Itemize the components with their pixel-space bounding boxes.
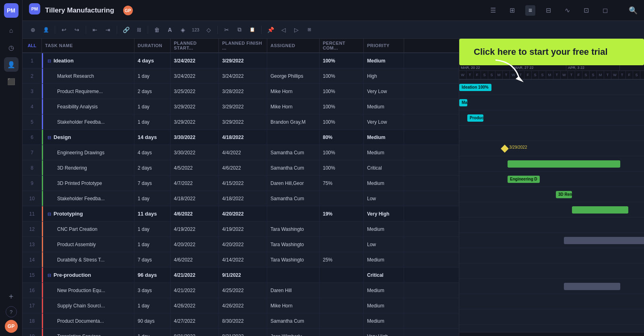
table-row[interactable]: 3 Product Requireme... 2 days 3/25/2022 … — [23, 84, 459, 99]
task-name-text: New Production Equ... — [47, 288, 105, 293]
extra-button-3[interactable]: ⊞ — [303, 24, 315, 35]
avatar-group: GP — [122, 5, 134, 16]
link-button[interactable]: 🔗 — [120, 24, 132, 35]
row-color-indicator — [42, 176, 43, 191]
table-row[interactable]: 9 3D Printed Prototype 7 days 4/7/2022 4… — [23, 176, 459, 191]
number-button[interactable]: 123 — [190, 24, 201, 35]
redo-button[interactable]: ↪ — [71, 24, 83, 35]
task-name-text: Product Documenta... — [47, 318, 104, 324]
priority-cell: Medium — [364, 313, 404, 328]
sidebar-item-people[interactable]: 👤 — [4, 57, 19, 72]
priority-cell: High — [364, 68, 404, 83]
sidebar-add-icon[interactable]: + — [4, 289, 19, 304]
undo-button[interactable]: ↩ — [58, 24, 70, 35]
chart-row: 3/29/2022 — [459, 141, 644, 156]
sidebar-help-icon[interactable]: ? — [6, 306, 17, 317]
row-number: 12 — [23, 222, 42, 236]
table-row[interactable]: 17 Supply Chain Sourci... 1 day 4/26/202… — [23, 298, 459, 313]
search-icon[interactable]: 🔍 — [629, 6, 638, 15]
row-color-indicator — [42, 68, 43, 83]
unlink-button[interactable]: ⛓ — [133, 24, 144, 35]
table-row[interactable]: 10 Stakeholder Feedba... 1 day 4/18/2022… — [23, 191, 459, 206]
calendar-view-btn[interactable]: ⊡ — [580, 5, 592, 16]
outdent-button[interactable]: ⇤ — [89, 24, 101, 35]
finish-cell: 3/29/2022 — [219, 114, 267, 129]
group-toggle-icon[interactable]: ⊟ — [47, 135, 51, 140]
chart-row — [459, 218, 644, 233]
paste-button[interactable]: 📋 — [247, 24, 258, 35]
priority-cell: Medium — [364, 252, 404, 267]
table-row[interactable]: 5 Stakeholder Feedba... 1 day 3/29/2022 … — [23, 114, 459, 130]
row-number: 18 — [23, 313, 42, 328]
day-T4: T — [553, 71, 561, 79]
group-toggle-icon[interactable]: ⊟ — [47, 273, 51, 278]
table-row[interactable]: 16 New Production Equ... 3 days 4/21/202… — [23, 283, 459, 298]
table-row[interactable]: 15 ⊟Pre-production 96 days 4/21/2022 9/1… — [23, 268, 459, 283]
gantt-bar: Product Requirements 100% Mike H — [467, 114, 483, 122]
duration-cell: 2 days — [134, 160, 171, 175]
gantt-bar: Ideation 100% — [459, 84, 491, 91]
extra-button-1[interactable]: ◁ — [278, 24, 289, 35]
fill-button[interactable]: ◈ — [177, 24, 188, 35]
pin-button[interactable]: 📌 — [265, 24, 276, 35]
list-view-btn[interactable]: ☰ — [487, 5, 499, 16]
cta-banner[interactable]: Click here to start your free trial — [459, 39, 644, 65]
avatar-1[interactable]: GP — [122, 5, 134, 16]
horizontal-scrollbar[interactable] — [459, 332, 644, 336]
chart-row — [459, 309, 644, 325]
row-color-indicator — [42, 130, 43, 145]
app-logo[interactable]: PM — [4, 3, 19, 18]
table-row[interactable]: 6 ⊟Design 14 days 3/30/2022 4/18/2022 80… — [23, 130, 459, 145]
table-row[interactable]: 13 Product Assembly 1 day 4/20/2022 4/20… — [23, 237, 459, 252]
task-name-cell: Supply Chain Sourci... — [42, 298, 134, 313]
indent-button[interactable]: ⇥ — [102, 24, 114, 35]
copy-button[interactable]: ⧉ — [234, 24, 245, 35]
shape-button[interactable]: ◇ — [203, 24, 214, 35]
table-row[interactable]: 4 Feasibility Analysis 1 day 3/29/2022 3… — [23, 99, 459, 114]
row-color-indicator — [42, 145, 43, 160]
column-view-btn[interactable]: ⊞ — [506, 5, 518, 16]
priority-cell: Medium — [364, 298, 404, 313]
start-cell: 3/24/2022 — [171, 68, 219, 83]
group-toggle-icon[interactable]: ⊟ — [47, 58, 51, 63]
user-avatar[interactable]: GP — [5, 320, 18, 333]
table-row[interactable]: 12 CNC Part Creation 1 day 4/19/2022 4/1… — [23, 222, 459, 237]
table-row[interactable]: 2 Market Research 1 day 3/24/2022 3/24/2… — [23, 68, 459, 84]
assigned-cell: Mike Horn — [267, 84, 320, 99]
group-toggle-icon[interactable]: ⊟ — [47, 212, 51, 216]
percent-cell: 80% — [320, 130, 364, 145]
add-task-button[interactable]: ⊕ — [27, 24, 39, 35]
row-color-indicator — [42, 313, 43, 328]
sidebar-item-clock[interactable]: ◷ — [4, 40, 19, 55]
add-person-button[interactable]: 👤 — [40, 24, 52, 35]
timeline-view-btn[interactable]: ∿ — [561, 5, 573, 16]
gantt-bar — [564, 283, 620, 290]
sidebar-item-briefcase[interactable]: ⬛ — [4, 74, 19, 89]
table-row[interactable]: 14 Durability & Stress T... 7 days 4/6/2… — [23, 252, 459, 268]
assigned-cell: Tara Washingto — [267, 252, 320, 267]
start-cell: 3/29/2022 — [171, 99, 219, 114]
table-row[interactable]: 1 ⊟Ideation 4 days 3/24/2022 3/29/2022 1… — [23, 53, 459, 68]
delete-button[interactable]: 🗑 — [151, 24, 163, 35]
finish-cell: 4/15/2022 — [219, 176, 267, 191]
table-row[interactable]: 7 Engineering Drawings 4 days 3/30/2022 … — [23, 145, 459, 160]
sidebar-item-home[interactable]: ⌂ — [4, 23, 19, 38]
extra-button-2[interactable]: ▷ — [291, 24, 302, 35]
text-button[interactable]: A — [164, 24, 175, 35]
table-view-btn[interactable]: ⊟ — [543, 5, 554, 16]
task-name-cell: ⊟Ideation — [42, 53, 134, 68]
cut-button[interactable]: ✂ — [221, 24, 232, 35]
task-name-cell: Stakeholder Feedba... — [42, 114, 134, 129]
table-row[interactable]: 11 ⊟Prototyping 11 days 4/6/2022 4/20/20… — [23, 206, 459, 222]
table-row[interactable]: 19 Translation Services 1 day 8/31/2022 … — [23, 329, 459, 336]
table-row[interactable]: 8 3D Rendering 2 days 4/5/2022 4/6/2022 … — [23, 160, 459, 176]
docs-view-btn[interactable]: ◻ — [599, 5, 611, 16]
gantt-view-btn[interactable]: ≡ — [525, 5, 535, 16]
finish-cell: 4/20/2022 — [219, 237, 267, 252]
priority-cell: Medium — [364, 130, 404, 145]
chart-row: Product Requirements 100% Mike H — [459, 110, 644, 126]
table-row[interactable]: 18 Product Documenta... 90 days 4/27/202… — [23, 313, 459, 329]
project-title: Tillery Manufacturing — [45, 6, 114, 15]
col-all[interactable]: ALL — [23, 39, 42, 52]
day-F4: F — [626, 71, 633, 79]
